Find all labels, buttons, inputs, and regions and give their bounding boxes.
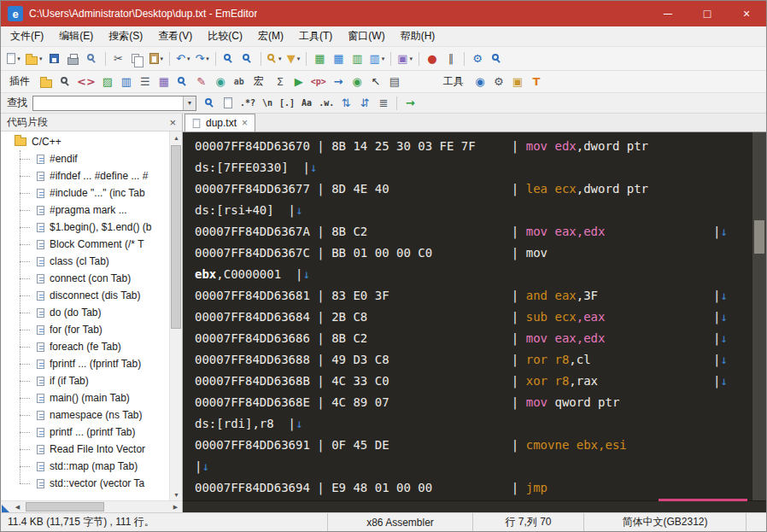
snippet-item[interactable]: namespace (ns Tab) (1, 406, 169, 424)
plugin-image-preview[interactable]: ▨ (99, 73, 116, 91)
snippets-hscrollbar[interactable]: ◀ ▶ (1, 500, 182, 512)
snippet-item[interactable]: #pragma mark ... (1, 202, 169, 219)
plugin-word-complete[interactable]: ab (231, 73, 248, 91)
plugin-outline[interactable]: ☰ (137, 73, 154, 91)
zoom-in[interactable] (220, 50, 237, 68)
plugin-find-bar[interactable] (56, 73, 73, 91)
plugin-open-documents[interactable]: ▥ (118, 73, 135, 91)
snippet-item[interactable]: do (do Tab) (1, 304, 169, 321)
snippet-item[interactable]: disconnect (dis Tab) (1, 287, 169, 304)
menu-item[interactable]: 编辑(E) (51, 26, 101, 46)
snippet-item[interactable]: std::vector (vector Ta (1, 475, 169, 492)
snippet-item[interactable]: $1.begin(), $1.end() (b (1, 219, 169, 236)
help-search[interactable] (488, 50, 505, 68)
snippet-item[interactable]: main() (main Tab) (1, 389, 169, 406)
tree-root-folder[interactable]: C/C++ (1, 133, 169, 150)
fuzzy-toggle[interactable]: [.] (278, 94, 296, 113)
menu-item[interactable]: 文件(F) (3, 26, 51, 46)
snippet-item[interactable]: Read File Into Vector (1, 441, 169, 458)
tab-dup-txt[interactable]: dup.txt × (184, 114, 255, 132)
redo[interactable]: ↷▾ (193, 50, 210, 68)
snippet-item[interactable]: for (for Tab) (1, 321, 169, 338)
menu-item[interactable]: 比较(C) (200, 26, 250, 46)
status-encoding[interactable]: 简体中文(GB2312) (583, 513, 746, 531)
snippets-vscrollbar[interactable]: ▲ ▼ (169, 132, 182, 500)
status-caret-position[interactable]: 行 7,列 70 (472, 513, 583, 531)
minimize-button[interactable]: ─ (648, 1, 688, 26)
editor-hscrollbar[interactable] (183, 500, 766, 512)
tab-close-icon[interactable]: × (242, 118, 248, 128)
plugin-search[interactable] (174, 73, 191, 91)
menu-item[interactable]: 宏(M) (250, 26, 291, 46)
snippet-item[interactable]: Block Comment (/* T (1, 236, 169, 253)
snippet-item[interactable]: foreach (fe Tab) (1, 338, 169, 355)
zoom-out[interactable] (239, 50, 256, 68)
plugin-html-bar[interactable]: <> (75, 73, 97, 91)
direction-toggle[interactable]: ⇅ (337, 94, 354, 113)
tool-browser[interactable]: ◉ (471, 73, 489, 91)
undo[interactable]: ↶▾ (174, 50, 191, 68)
macro-goto[interactable]: → (330, 73, 347, 91)
editor-vscrollbar[interactable] (752, 132, 766, 500)
tool-options[interactable]: ⚙ (490, 73, 507, 91)
macro-document[interactable]: ▤ (386, 73, 403, 91)
snippet-item[interactable]: fprintf ... (fprintf Tab) (1, 355, 169, 372)
snippets-close-icon[interactable]: × (169, 117, 176, 128)
scroll-down-icon[interactable]: ▼ (170, 488, 183, 500)
csv-standard-mode[interactable]: ▦ (311, 50, 328, 68)
paste[interactable]: ▾ (148, 50, 166, 68)
snippet-item[interactable]: #endif (1, 150, 169, 167)
scroll-left-icon[interactable]: ◀ (11, 501, 24, 513)
menu-item[interactable]: 帮助(H) (393, 26, 443, 46)
filter[interactable]: ▼▾ (284, 50, 302, 68)
csv-dsv-mode[interactable]: ▥ (348, 50, 366, 68)
macro-record[interactable]: Σ (272, 73, 289, 91)
find[interactable]: ▾ (266, 50, 284, 68)
snippet-item[interactable]: std::map (map Tab) (1, 458, 169, 475)
snippet-item[interactable]: class (cl Tab) (1, 253, 169, 270)
macro-html-p[interactable]: <p> (309, 73, 328, 91)
markers[interactable]: ▣▾ (395, 50, 414, 68)
find-dropdown-button[interactable]: ▾ (183, 96, 196, 110)
scroll-right-icon[interactable]: ▶ (169, 501, 182, 513)
record-macro[interactable]: ● (424, 50, 441, 68)
snippets-hscroll-track[interactable] (24, 501, 169, 512)
word-toggle[interactable]: .w. (317, 94, 336, 113)
open-file[interactable]: ▾ (24, 50, 44, 68)
cut[interactable]: ✂ (110, 50, 127, 68)
macro-run[interactable]: ▶ (290, 73, 307, 91)
menu-item[interactable]: 工具(T) (291, 26, 340, 46)
filter-list[interactable]: ≣ (375, 94, 392, 113)
search-all[interactable] (220, 94, 237, 113)
run-search[interactable]: → (401, 94, 419, 113)
snippet-item[interactable]: connect (con Tab) (1, 270, 169, 287)
menu-item[interactable]: 查看(V) (150, 26, 200, 46)
status-syntax[interactable]: x86 Assembler (327, 513, 472, 531)
tool-text[interactable]: T (528, 73, 545, 91)
editor-vscroll-thumb[interactable] (754, 220, 764, 254)
plugin-snippets[interactable]: ✎ (193, 73, 210, 91)
print[interactable] (65, 50, 82, 68)
plugin-explorer[interactable] (38, 73, 55, 91)
snippets-vscroll-thumb[interactable] (171, 145, 181, 329)
find-combobox[interactable]: ▾ (32, 96, 196, 111)
menu-item[interactable]: 窗口(W) (340, 26, 392, 46)
search-next[interactable] (201, 94, 218, 113)
close-button[interactable]: × (727, 1, 766, 26)
tool-capture[interactable]: ▣ (509, 73, 526, 91)
snippet-item[interactable]: if (if Tab) (1, 372, 169, 389)
macro-web[interactable]: ◉ (348, 73, 366, 91)
case-toggle[interactable]: Aa (298, 94, 315, 113)
snippet-item[interactable]: #include "..." (inc Tab (1, 184, 169, 202)
snippets-hscroll-thumb[interactable] (26, 502, 104, 512)
print-preview[interactable] (84, 50, 101, 68)
save[interactable] (46, 50, 63, 68)
csv-sort[interactable]: ▥▾ (367, 50, 386, 68)
csv-tsv-mode[interactable]: ▦ (330, 50, 347, 68)
find-input[interactable] (33, 96, 183, 110)
copy[interactable] (129, 50, 146, 68)
titlebar[interactable]: e C:\Users\Administrator\Desktop\dup.txt… (1, 1, 766, 26)
maximize-button[interactable]: □ (688, 1, 727, 26)
plugin-projects[interactable]: ▦ (155, 73, 173, 91)
snippet-item[interactable]: #ifndef ... #define ... # (1, 167, 169, 184)
